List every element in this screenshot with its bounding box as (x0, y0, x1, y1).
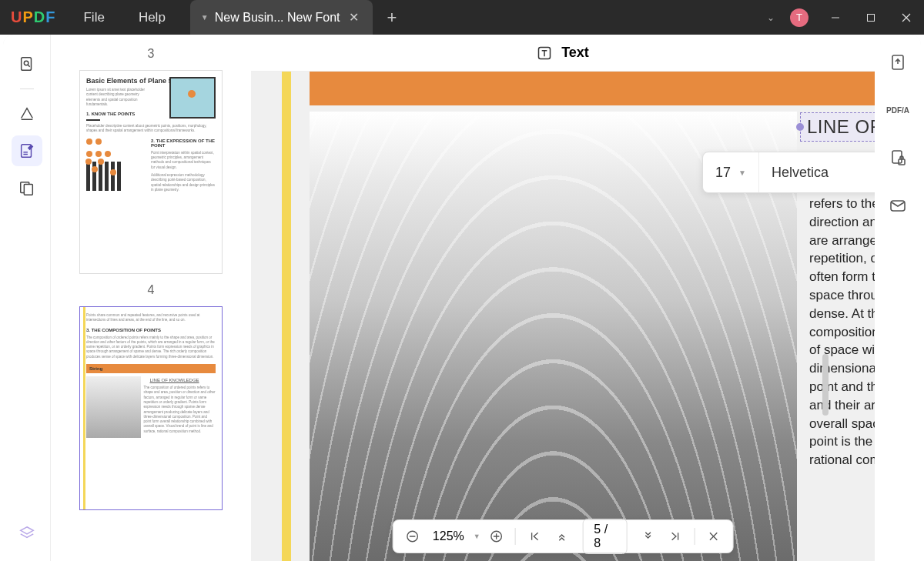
font-family-select[interactable]: Helvetica ▼ (759, 152, 875, 192)
organize-tool-icon[interactable] (12, 172, 42, 203)
selection-handle-left[interactable] (796, 123, 804, 131)
svg-rect-4 (21, 58, 31, 71)
font-size-value: 17 (715, 165, 731, 181)
page-banner (310, 72, 875, 105)
zoom-out-button[interactable] (401, 524, 424, 549)
main-area: 3 Basic Elements of Plane Space Lorem ip… (3, 35, 921, 561)
font-size-select[interactable]: 17 ▼ (703, 152, 759, 192)
mode-header: Text (251, 35, 875, 72)
document-canvas[interactable]: LINE OF KNOWLEDGE 17 ▼ Helvetica ▼ (251, 72, 875, 561)
page-accent-band (282, 72, 291, 561)
selected-text[interactable]: LINE OF KNOWLEDGE (807, 116, 875, 137)
thumbnail-page-4[interactable]: Points share common and repeated feature… (79, 306, 223, 510)
thumb-text: Additional expression methodology descri… (151, 172, 222, 194)
close-nav-button[interactable] (702, 524, 725, 549)
layers-icon[interactable] (12, 518, 42, 549)
window-controls (818, 0, 924, 35)
thumb-text: Point interpretation within spatial cont… (151, 149, 222, 172)
tab-close-icon[interactable]: ✕ (346, 10, 362, 25)
thumbnail-page-3[interactable]: Basic Elements of Plane Space Lorem ipsu… (79, 70, 223, 274)
thumb-text: Lorem ipsum sit amet text placeholder co… (80, 86, 158, 109)
thumb-heading: 2. THE EXPRESSION OF THE POINT (151, 135, 222, 149)
left-toolbar (3, 35, 51, 561)
lock-document-icon[interactable] (884, 144, 912, 172)
last-page-button[interactable] (664, 524, 686, 549)
text-selection-box[interactable]: LINE OF KNOWLEDGE (800, 112, 875, 142)
minimize-button[interactable] (818, 0, 853, 35)
document-tab[interactable]: ▼ New Busin... New Font ✕ (190, 0, 373, 35)
edit-tool-icon[interactable] (12, 135, 42, 166)
thumb-number-4: 4 (51, 279, 251, 302)
tab-dropdown-icon[interactable]: ▼ (201, 13, 209, 22)
export-icon[interactable] (884, 48, 912, 76)
thumb-number-3: 3 (51, 42, 251, 65)
thumb-subheading: LINE OF KNOWLEDGE (144, 376, 216, 384)
tab-label: New Busin... New Font (215, 11, 340, 25)
mail-icon[interactable] (884, 192, 912, 219)
thumb-heading: 3. THE COMPOSITION OF POINTS (80, 325, 222, 334)
search-tool-icon[interactable] (12, 48, 42, 79)
zoom-in-button[interactable] (485, 524, 507, 549)
mode-label: Text (561, 45, 589, 61)
page-indicator[interactable]: 5 / 8 (582, 519, 627, 554)
format-toolbar: 17 ▼ Helvetica ▼ B I ⌄ (702, 152, 875, 193)
thumb-text: Placeholder descriptive content about ge… (80, 122, 222, 135)
svg-rect-12 (24, 184, 32, 195)
first-page-button[interactable] (524, 524, 546, 549)
menu-help[interactable]: Help (122, 10, 182, 25)
body-paragraph[interactable]: refers to the shape and area, position o… (809, 195, 875, 469)
maximize-button[interactable] (853, 0, 889, 35)
thumb-text: The composition of ordered points refers… (144, 384, 216, 436)
right-toolbar: PDF/A (875, 35, 921, 561)
thumb-string-label: String (86, 364, 216, 373)
pdfa-icon[interactable]: PDF/A (884, 96, 912, 124)
svg-line-6 (28, 65, 29, 66)
thumbnail-panel: 3 Basic Elements of Plane Space Lorem ip… (51, 35, 251, 561)
window-menu-chevron-icon[interactable]: ⌄ (761, 12, 781, 23)
thumb-text: Points share common and repeated feature… (80, 307, 222, 325)
svg-rect-1 (868, 14, 875, 21)
scrollbar-thumb[interactable] (822, 354, 829, 416)
zoom-level[interactable]: 125% (428, 529, 469, 543)
user-avatar[interactable]: T (790, 8, 808, 27)
next-page-button[interactable] (637, 524, 659, 549)
close-window-button[interactable] (889, 0, 924, 35)
new-tab-button[interactable]: + (373, 8, 410, 28)
menu-file[interactable]: File (66, 10, 121, 25)
prev-page-button[interactable] (551, 524, 573, 549)
dropdown-icon: ▼ (738, 169, 746, 177)
svg-point-5 (24, 61, 28, 65)
bottom-navigation: 125% ▼ 5 / 8 (393, 519, 734, 553)
highlight-tool-icon[interactable] (12, 99, 42, 129)
text-mode-icon (537, 45, 552, 61)
font-family-value: Helvetica (772, 165, 829, 181)
title-bar: UPDF File Help ▼ New Busin... New Font ✕… (0, 0, 924, 35)
document-view: Text LINE OF KNOWLEDGE 17 ▼ (251, 35, 875, 561)
app-logo: UPDF (0, 8, 66, 26)
thumb-text: The composition of ordered points refers… (80, 334, 222, 361)
zoom-dropdown-icon[interactable]: ▼ (474, 533, 480, 540)
